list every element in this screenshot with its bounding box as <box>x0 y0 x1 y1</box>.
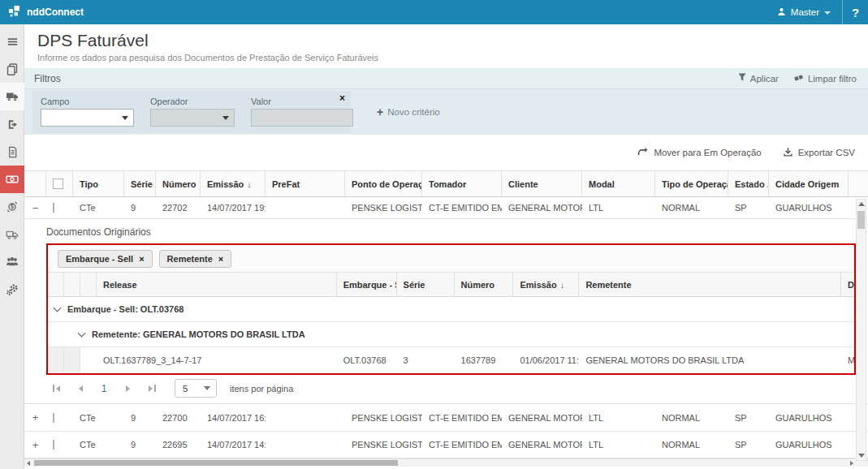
detail-column-embarque-sell[interactable]: Embarque - Sell <box>337 273 397 296</box>
detail-cell-serie: 3 <box>397 355 455 365</box>
clear-filter-button[interactable]: Limpar filtro <box>793 73 857 84</box>
group-chips-row: Embarque - Sell × Remetente × <box>48 245 854 273</box>
truck-icon[interactable] <box>0 83 24 110</box>
cell-emissao: 14/07/2017 14:39 <box>201 440 266 450</box>
column-header-estado[interactable]: Estado ... <box>728 171 769 196</box>
move-to-operation-button[interactable]: Mover para Em Operação <box>637 147 761 158</box>
page-subtitle: Informe os dados para pesquisa dos Docum… <box>37 53 855 62</box>
pager-first-button[interactable] <box>46 381 66 397</box>
column-header-prefat[interactable]: PreFat <box>266 171 345 196</box>
operador-select[interactable] <box>150 109 235 127</box>
group-chip-remetente[interactable]: Remetente × <box>159 250 232 268</box>
vertical-scrollbar-thumb[interactable] <box>857 211 865 229</box>
currency-sync-icon[interactable]: $ <box>0 193 24 221</box>
left-sidebar: $ <box>0 24 24 469</box>
row-checkbox[interactable] <box>53 413 54 423</box>
scroll-up-icon[interactable] <box>858 202 865 206</box>
group-chip-embarque-sell[interactable]: Embarque - Sell × <box>58 250 153 268</box>
svg-text:$: $ <box>11 204 14 210</box>
topbar-right: Master ? <box>766 0 868 24</box>
column-header-modal[interactable]: Modal <box>582 171 655 196</box>
apply-filter-label: Aplicar <box>750 74 779 84</box>
remove-criterion-button[interactable]: × <box>339 93 345 103</box>
filters-header: Filtros Aplicar Limpar filtro <box>24 68 868 89</box>
column-header-ponto-operacao[interactable]: Ponto de Operação <box>345 171 422 196</box>
detail-title: Documentos Originários <box>46 226 868 238</box>
new-criterion-label: Novo critério <box>387 107 440 117</box>
expand-row-button[interactable]: + <box>32 439 39 451</box>
remove-group-icon[interactable]: × <box>139 254 144 264</box>
filters-actions: Aplicar Limpar filtro <box>738 73 857 84</box>
expand-row-button[interactable]: + <box>32 411 39 424</box>
brand-name: nddConnect <box>27 6 84 18</box>
collapse-row-button[interactable]: − <box>32 202 39 214</box>
column-header-cidade-origem[interactable]: Cidade Origem <box>769 171 849 196</box>
detail-column-emissao[interactable]: Emissão↓ <box>513 273 579 296</box>
horizontal-scrollbar-thumb[interactable] <box>34 460 398 466</box>
detail-column-de[interactable]: De <box>841 273 854 296</box>
chevron-down-icon <box>222 116 229 120</box>
valor-input[interactable] <box>251 109 353 127</box>
user-menu[interactable]: Master <box>766 0 842 24</box>
remove-group-icon[interactable]: × <box>218 254 223 264</box>
column-header-numero[interactable]: Número <box>156 171 201 196</box>
delivery-truck-icon[interactable] <box>0 221 24 248</box>
column-header-tipo[interactable]: Tipo <box>73 171 124 196</box>
copy-documents-icon[interactable] <box>0 55 24 83</box>
clear-filter-label: Limpar filtro <box>808 74 857 84</box>
chevron-down-icon[interactable] <box>54 304 62 312</box>
export-csv-button[interactable]: Exportar CSV <box>783 147 855 159</box>
cell-cidade-origem: GUARULHOS <box>769 413 849 423</box>
users-icon[interactable] <box>0 248 24 276</box>
column-header-tipo-operacao[interactable]: Tipo de Operação <box>655 171 728 196</box>
document-icon[interactable] <box>0 138 24 166</box>
chevron-down-icon <box>122 116 128 120</box>
pager-last-button[interactable] <box>142 381 162 397</box>
cell-tomador: CT-E EMITIDO EM A... <box>422 413 502 423</box>
help-button[interactable]: ? <box>842 0 868 24</box>
cell-tomador: CT-E EMITIDO EM A... <box>422 203 502 213</box>
column-header-cliente[interactable]: Cliente <box>502 171 582 196</box>
table-row: − CTe 9 22702 14/07/2017 19:30 PENSKE LO… <box>24 197 868 219</box>
menu-icon[interactable] <box>0 28 24 55</box>
cell-estado: SP <box>728 413 769 423</box>
banknote-icon[interactable] <box>0 166 24 193</box>
new-criterion-button[interactable]: + Novo critério <box>377 105 440 118</box>
select-all-checkbox[interactable] <box>53 179 63 189</box>
row-checkbox[interactable] <box>53 203 54 213</box>
scroll-right-icon[interactable] <box>850 461 853 466</box>
pager-next-button[interactable] <box>118 381 137 397</box>
scroll-down-icon[interactable] <box>858 454 865 458</box>
user-icon <box>777 7 786 18</box>
campo-label: Campo <box>41 97 134 106</box>
filters-panel: Filtros Aplicar Limpar filtro Campo <box>24 68 868 135</box>
scroll-left-icon[interactable] <box>27 461 30 466</box>
page-size-select[interactable]: 5 <box>175 379 217 398</box>
highlighted-detail-grid: Embarque - Sell × Remetente × Release Em… <box>46 243 856 375</box>
detail-column-remetente[interactable]: Remetente <box>579 273 841 296</box>
brand[interactable]: nddConnect <box>0 4 84 21</box>
cell-tipo: CTe <box>73 440 124 450</box>
filter-criterion: Campo Operador Valor <box>32 91 351 133</box>
column-header-tomador[interactable]: Tomador <box>422 171 502 196</box>
cell-cidade-origem: GUARULHOS <box>769 440 849 450</box>
pager-prev-button[interactable] <box>71 381 90 397</box>
move-arrow-icon <box>637 147 649 158</box>
horizontal-scrollbar[interactable] <box>24 458 868 467</box>
sign-out-icon[interactable] <box>0 110 24 138</box>
column-header-serie[interactable]: Série <box>124 171 156 196</box>
pager-page-button[interactable]: 1 <box>95 383 113 394</box>
detail-column-serie[interactable]: Série <box>397 273 455 296</box>
apply-filter-button[interactable]: Aplicar <box>738 73 779 84</box>
chevron-down-icon[interactable] <box>78 329 86 338</box>
operador-label: Operador <box>150 97 235 106</box>
gears-icon[interactable] <box>0 276 24 303</box>
column-header-emissao[interactable]: Emissão↓ <box>201 171 266 196</box>
detail-cell-emissao: 01/06/2017 11:43 <box>513 355 579 365</box>
row-checkbox[interactable] <box>53 440 54 450</box>
detail-column-numero[interactable]: Número <box>455 273 514 296</box>
campo-select[interactable] <box>41 109 134 127</box>
filters-title: Filtros <box>34 73 61 84</box>
detail-column-release[interactable]: Release <box>97 273 337 296</box>
vertical-scrollbar[interactable] <box>856 199 866 461</box>
